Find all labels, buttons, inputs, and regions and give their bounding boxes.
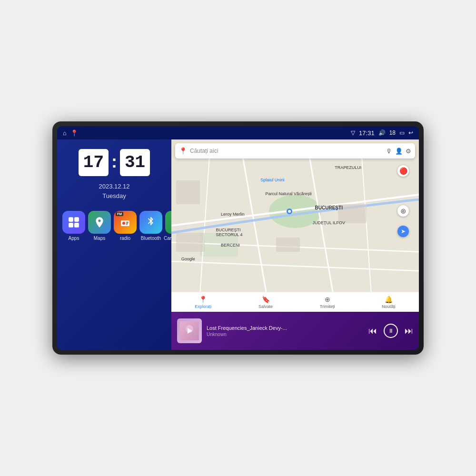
volume-level: 18 [389, 129, 396, 136]
clock-hours: 17 [79, 149, 109, 176]
device-screen: ⌂ 📍 ▽ 17:31 🔊 18 ▭ ↩ 17 : [57, 126, 419, 350]
device-frame: ⌂ 📍 ▽ 17:31 🔊 18 ▭ ↩ 17 : [52, 121, 424, 355]
status-right: ▽ 17:31 🔊 18 ▭ ↩ [351, 129, 413, 137]
battery-icon: ▭ [399, 129, 405, 136]
more-icon[interactable]: ⚙ [406, 148, 411, 155]
music-thumbnail [177, 318, 202, 343]
clock-widget: 17 : 31 2023.12.12 Tuesday [57, 139, 171, 206]
app-item-bluetooth[interactable]: Bluetooth [138, 211, 164, 241]
svg-rect-8 [126, 224, 128, 225]
map-area[interactable]: 📍 Căutați aici 🎙 👤 ⚙ BUCUREȘTI JUDEȚUL I… [171, 139, 419, 312]
home-icon[interactable]: ⌂ [63, 129, 67, 137]
share-icon: ⊕ [325, 296, 330, 303]
app-item-apps[interactable]: Apps [61, 211, 87, 241]
svg-rect-2 [69, 223, 73, 228]
date-value: 2023.12.12 [99, 182, 129, 191]
map-search-bar[interactable]: 📍 Căutați aici 🎙 👤 ⚙ [175, 143, 415, 159]
svg-rect-23 [176, 233, 205, 252]
maps-search-pin: 📍 [179, 147, 187, 155]
bluetooth-label: Bluetooth [141, 236, 161, 241]
svg-rect-0 [69, 217, 73, 222]
radio-icon: FM [114, 211, 137, 234]
main-content: 17 : 31 2023.12.12 Tuesday [57, 139, 419, 350]
apps-label: Apps [69, 236, 79, 241]
svg-rect-24 [276, 238, 300, 252]
right-panel: 📍 Căutați aici 🎙 👤 ⚙ BUCUREȘTI JUDEȚUL I… [171, 139, 419, 350]
mic-icon[interactable]: 🎙 [386, 148, 392, 155]
music-info: Lost Frequencies_Janieck Devy-... Unknow… [207, 325, 364, 337]
explore-label: Explorați [195, 304, 211, 309]
app-item-maps[interactable]: Maps [87, 211, 112, 241]
svg-rect-26 [176, 180, 200, 204]
clock-display: 17 : 31 [79, 149, 150, 176]
volume-icon: 🔊 [378, 129, 386, 136]
map-icon[interactable]: 📍 [70, 129, 78, 137]
left-panel: 17 : 31 2023.12.12 Tuesday [57, 139, 171, 350]
apps-icon [62, 211, 85, 234]
account-icon[interactable]: 👤 [395, 148, 403, 155]
map-nav-exploreaza[interactable]: 📍 Explorați [195, 296, 211, 309]
saved-icon: 🔖 [262, 296, 270, 303]
apps-row: Apps Maps [57, 206, 171, 247]
status-time: 17:31 [359, 129, 375, 137]
music-play-btn[interactable]: ⏸ [384, 324, 398, 338]
date-display: 2023.12.12 Tuesday [99, 182, 129, 200]
svg-point-28 [288, 210, 291, 213]
news-icon: 🔔 [385, 296, 393, 303]
search-action-icons: 🎙 👤 ⚙ [386, 148, 411, 155]
svg-rect-25 [338, 204, 367, 223]
explore-icon: 📍 [199, 296, 207, 303]
music-panel: Lost Frequencies_Janieck Devy-... Unknow… [171, 312, 419, 350]
map-nav-noutati[interactable]: 🔔 Noutăți [382, 296, 396, 309]
music-prev-btn[interactable]: ⏮ [368, 326, 377, 336]
map-bottom-nav: 📍 Explorați 🔖 Salvate ⊕ Trimiteți 🔔 [171, 292, 419, 312]
music-controls: ⏮ ⏸ ⏭ [368, 324, 413, 338]
share-label: Trimiteți [320, 304, 335, 309]
status-left: ⌂ 📍 [63, 129, 78, 137]
maps-label: Maps [94, 236, 105, 241]
map-nav-trimiteti[interactable]: ⊕ Trimiteți [320, 296, 335, 309]
signal-icon: ▽ [351, 129, 355, 136]
map-nav-salvate[interactable]: 🔖 Salvate [258, 296, 273, 309]
news-label: Noutăți [382, 304, 396, 309]
svg-rect-1 [74, 217, 79, 222]
music-next-btn[interactable]: ⏭ [405, 326, 413, 336]
music-artist: Unknown [207, 332, 364, 337]
status-bar: ⌂ 📍 ▽ 17:31 🔊 18 ▭ ↩ [57, 126, 419, 139]
location-btn[interactable]: ◎ [397, 205, 409, 217]
svg-rect-7 [126, 223, 128, 224]
svg-point-5 [122, 222, 125, 225]
search-placeholder: Căutați aici [190, 148, 383, 154]
play-pause-icon: ⏸ [388, 327, 394, 334]
music-title: Lost Frequencies_Janieck Devy-... [207, 325, 364, 331]
back-icon[interactable]: ↩ [408, 129, 413, 136]
app-item-radio[interactable]: FM radio [112, 211, 138, 241]
clock-colon: : [111, 152, 117, 172]
day-value: Tuesday [99, 191, 129, 201]
radio-label: radio [120, 236, 130, 241]
svg-rect-3 [74, 223, 79, 228]
saved-label: Salvate [258, 304, 273, 309]
clock-minutes: 31 [120, 149, 150, 176]
maps-icon [88, 211, 111, 234]
bluetooth-icon [139, 211, 162, 234]
svg-rect-6 [126, 222, 129, 223]
